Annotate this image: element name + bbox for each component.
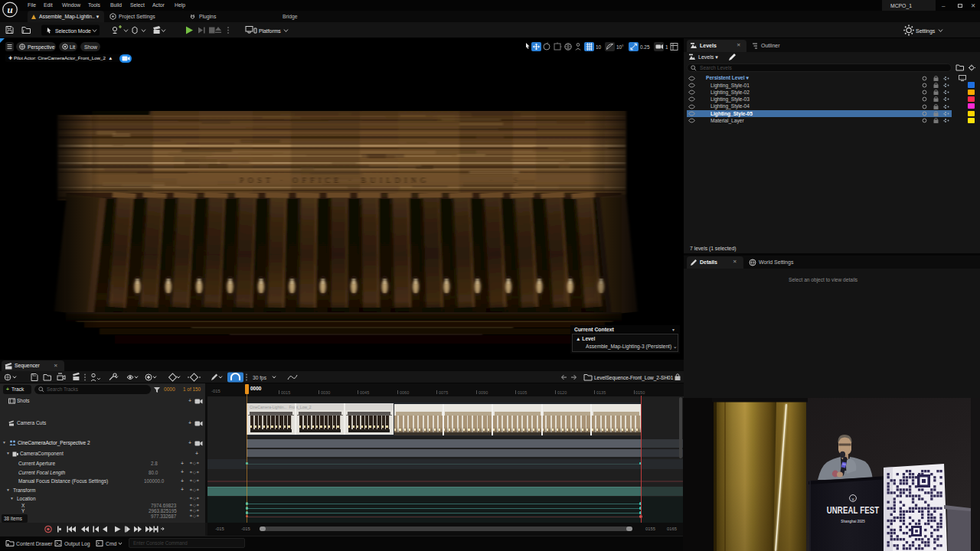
svg-text:Shanghai 2025: Shanghai 2025 bbox=[841, 520, 865, 523]
svg-text:30 fps: 30 fps bbox=[253, 375, 267, 381]
svg-text:Perspective: Perspective bbox=[28, 44, 55, 51]
svg-text:· S: · S bbox=[490, 176, 521, 184]
svg-text:0.25: 0.25 bbox=[640, 44, 650, 50]
svg-text:Output Log: Output Log bbox=[64, 541, 90, 547]
svg-text:Selection Mode: Selection Mode bbox=[55, 28, 91, 34]
svg-text:u: u bbox=[852, 497, 854, 501]
svg-text:Settings: Settings bbox=[916, 28, 936, 34]
svg-text:Show: Show bbox=[84, 44, 97, 50]
svg-text:UNREAL FEST: UNREAL FEST bbox=[827, 505, 880, 515]
svg-text:Cmd: Cmd bbox=[106, 541, 117, 546]
svg-text:LevelSequence-Front_Low_2-SH01: LevelSequence-Front_Low_2-SH01 bbox=[594, 375, 674, 381]
svg-text:POST · OFFICE · BUILDING: POST · OFFICE · BUILDING bbox=[240, 176, 430, 184]
svg-text:1: 1 bbox=[665, 44, 668, 50]
svg-text:10: 10 bbox=[596, 44, 602, 50]
svg-text:10°: 10° bbox=[616, 44, 624, 50]
svg-text:Lit: Lit bbox=[70, 44, 75, 50]
svg-text:u: u bbox=[8, 4, 13, 15]
svg-text:Content Drawer: Content Drawer bbox=[16, 541, 53, 546]
svg-text:Platforms: Platforms bbox=[259, 28, 281, 34]
